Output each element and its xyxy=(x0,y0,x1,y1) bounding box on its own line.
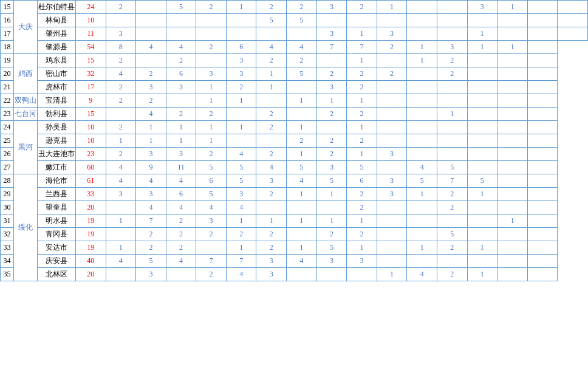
data-cell: 1 xyxy=(347,148,377,161)
data-cell: 2 xyxy=(226,81,256,94)
data-cell: 1 xyxy=(377,1,407,14)
data-cell: 2 xyxy=(347,228,377,241)
data-cell: 1 xyxy=(196,81,227,94)
data-cell: 6 xyxy=(196,174,227,188)
data-cell xyxy=(377,81,407,94)
data-cell: 2 xyxy=(226,228,256,241)
data-cell xyxy=(437,94,467,108)
data-cell: 20 xyxy=(76,268,106,281)
data-cell xyxy=(377,201,407,214)
data-cell: 1 xyxy=(467,41,497,54)
data-cell xyxy=(437,121,467,134)
data-cell: 11 xyxy=(76,27,106,41)
row-number: 29 xyxy=(1,188,14,201)
county-cell: 密山市 xyxy=(38,67,76,81)
data-cell: 5 xyxy=(437,161,467,174)
data-cell xyxy=(377,94,407,108)
data-cell xyxy=(437,27,467,41)
data-cell xyxy=(256,27,287,41)
data-cell: 5 xyxy=(287,67,317,81)
data-cell: 1 xyxy=(437,108,467,121)
data-cell xyxy=(377,54,407,67)
row-number: 27 xyxy=(1,161,14,174)
data-cell: 2 xyxy=(166,214,196,228)
data-cell: 2 xyxy=(106,81,136,94)
county-cell: 孙吴县 xyxy=(38,121,76,134)
data-cell: 33 xyxy=(76,188,106,201)
data-cell: 3 xyxy=(196,214,227,228)
data-cell: 2 xyxy=(196,268,227,281)
data-cell: 5 xyxy=(256,14,287,27)
data-cell: 23 xyxy=(76,148,106,161)
data-cell xyxy=(377,108,407,121)
data-cell: 2 xyxy=(196,108,227,121)
data-cell xyxy=(316,268,347,281)
data-cell: 1 xyxy=(226,214,256,228)
data-cell xyxy=(497,67,528,81)
row-number: 34 xyxy=(1,255,14,268)
data-cell xyxy=(467,108,497,121)
row-number: 16 xyxy=(1,14,14,27)
data-cell: 2 xyxy=(166,228,196,241)
data-cell: 24 xyxy=(76,1,106,14)
data-cell: 1 xyxy=(166,134,196,148)
data-cell xyxy=(316,54,347,67)
data-cell xyxy=(377,228,407,241)
data-cell: 19 xyxy=(76,241,106,255)
data-cell: 1 xyxy=(226,1,256,14)
county-cell: 庆安县 xyxy=(38,255,76,268)
county-cell: 逊克县 xyxy=(38,134,76,148)
data-cell: 2 xyxy=(256,241,287,255)
data-cell xyxy=(527,214,558,228)
data-cell xyxy=(437,1,467,14)
data-cell xyxy=(136,14,166,27)
data-cell: 3 xyxy=(136,188,166,201)
data-cell xyxy=(106,14,136,27)
data-cell: 2 xyxy=(136,228,166,241)
county-cell: 杜尔伯特县 xyxy=(38,1,76,14)
data-cell xyxy=(467,94,497,108)
data-cell xyxy=(407,201,437,214)
row-number: 33 xyxy=(1,241,14,255)
data-cell xyxy=(497,201,528,214)
data-cell: 1 xyxy=(196,134,227,148)
main-table: 15大庆杜尔伯特县242521223213116林甸县105517肇州县1133… xyxy=(0,0,588,281)
data-cell: 6 xyxy=(166,67,196,81)
data-cell: 1 xyxy=(347,214,377,228)
data-cell: 4 xyxy=(256,161,287,174)
data-cell xyxy=(467,201,497,214)
data-cell: 6 xyxy=(347,174,377,188)
data-cell: 10 xyxy=(76,121,106,134)
data-cell: 3 xyxy=(377,188,407,201)
data-cell: 5 xyxy=(196,188,227,201)
data-cell xyxy=(106,268,136,281)
table-row: 29兰西县333365321123121 xyxy=(1,188,588,201)
data-cell xyxy=(407,27,437,41)
data-cell xyxy=(437,134,467,148)
data-cell xyxy=(467,161,497,174)
data-cell: 2 xyxy=(287,1,317,14)
data-cell xyxy=(226,27,256,41)
table-row: 33安达市1912212151121 xyxy=(1,241,588,255)
data-cell xyxy=(407,108,437,121)
data-cell: 1 xyxy=(467,188,497,201)
data-cell xyxy=(437,148,467,161)
data-cell: 3 xyxy=(166,81,196,94)
data-cell: 19 xyxy=(76,228,106,241)
row-number: 35 xyxy=(1,268,14,281)
data-cell: 3 xyxy=(316,27,347,41)
table-row: 31明水县191723111111 xyxy=(1,214,588,228)
table-row: 32青冈县1922222225 xyxy=(1,228,588,241)
data-cell: 1 xyxy=(377,268,407,281)
data-cell: 2 xyxy=(136,67,166,81)
data-cell: 1 xyxy=(196,121,227,134)
data-cell: 4 xyxy=(166,41,196,54)
data-cell: 3 xyxy=(316,161,347,174)
data-cell: 3 xyxy=(316,81,347,94)
data-cell: 5 xyxy=(196,161,227,174)
data-cell: 3 xyxy=(377,174,407,188)
data-cell: 1 xyxy=(347,94,377,108)
data-cell: 2 xyxy=(106,1,136,14)
region-cell: 黑河 xyxy=(14,121,38,174)
data-cell xyxy=(407,255,437,268)
